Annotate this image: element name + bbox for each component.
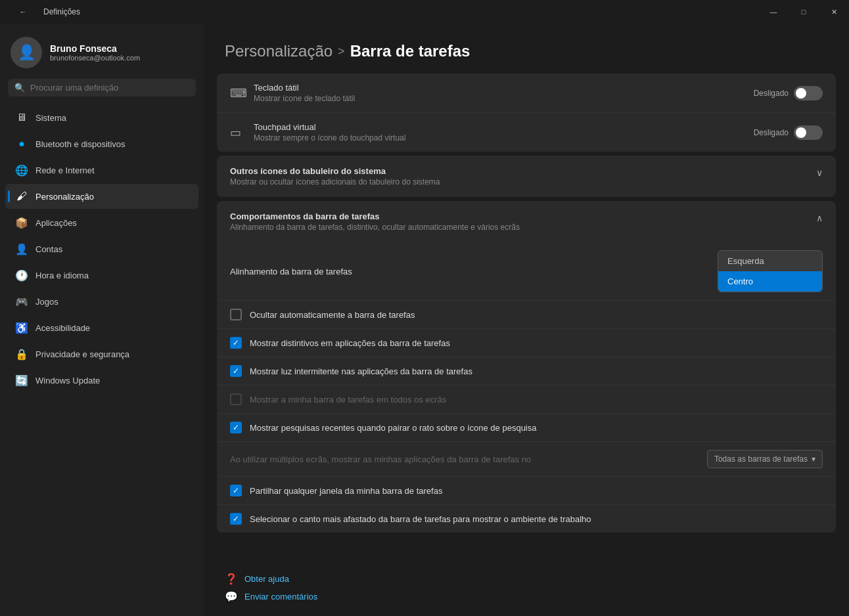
teclado-toggle[interactable]: [794, 86, 823, 100]
sidebar: 👤 Bruno Fonseca brunofonseca@outlook.com…: [0, 24, 204, 616]
avatar: 👤: [11, 37, 42, 68]
sidebar-item-windows-update[interactable]: 🔄 Windows Update: [5, 368, 198, 393]
windows-update-icon: 🔄: [16, 374, 28, 386]
content-area: Personalização > Barra de tarefas ⌨ Tecl…: [204, 24, 849, 616]
sidebar-item-label: Contas: [35, 244, 62, 254]
help-label: Obter ajuda: [244, 574, 289, 584]
bluetooth-icon: ●: [16, 138, 28, 150]
checkbox-todos-ecras-label: Mostrar a minha barra de tarefas em todo…: [250, 395, 446, 405]
sidebar-item-label: Jogos: [35, 297, 58, 307]
checkbox-distintivos[interactable]: [230, 337, 242, 349]
touchpad-desc: Mostrar sempre o ícone do touchpad virtu…: [254, 133, 754, 143]
sidebar-item-label: Windows Update: [35, 376, 100, 385]
checkbox-ocultar[interactable]: [230, 309, 242, 320]
outros-icones-desc: Mostrar ou ocultar ícones adicionais do …: [230, 177, 440, 187]
back-button[interactable]: ←: [8, 0, 38, 24]
window-title: Definições: [43, 7, 80, 16]
page-header: Personalização > Barra de tarefas: [204, 24, 849, 74]
sidebar-item-acessibilidade[interactable]: ♿ Acessibilidade: [5, 315, 198, 340]
comportamentos-card: Comportamentos da barra de tarefas Alinh…: [217, 201, 836, 533]
outros-icones-header[interactable]: Outros ícones do tabuleiro do sistema Mo…: [217, 156, 836, 197]
checkbox-pesquisas-label: Mostrar pesquisas recentes quando pairar…: [250, 423, 536, 433]
breadcrumb-sep: >: [338, 45, 345, 58]
checkbox-ocultar-row: Ocultar automaticamente a barra de taref…: [217, 301, 836, 329]
checkbox-partilhar-label: Partilhar qualquer janela da minha barra…: [250, 486, 442, 496]
aplicacoes-icon: 📦: [16, 217, 28, 229]
alignment-dropdown[interactable]: Esquerda Centro: [718, 250, 823, 292]
sidebar-item-aplicacoes[interactable]: 📦 Aplicações: [5, 210, 198, 235]
teclado-desc: Mostrar ícone de teclado tátil: [254, 94, 754, 103]
hora-icon: 🕐: [16, 269, 28, 281]
alignment-dropdown-open: Esquerda Centro: [718, 250, 823, 292]
comportamentos-desc: Alinhamento da barra de tarefas, distint…: [230, 223, 520, 232]
sidebar-item-label: Personalização: [35, 192, 94, 202]
privacidade-icon: 🔒: [16, 348, 28, 360]
user-section: 👤 Bruno Fonseca brunofonseca@outlook.com: [0, 24, 204, 79]
checkbox-todos-ecras-row: Mostrar a minha barra de tarefas em todo…: [217, 385, 836, 414]
comportamentos-header[interactable]: Comportamentos da barra de tarefas Alinh…: [217, 201, 836, 242]
checkbox-luz[interactable]: [230, 365, 242, 377]
multi-display-label: Ao utilizar múltiplos ecrãs, mostrar as …: [230, 454, 699, 464]
footer: ❓ Obter ajuda 💬 Enviar comentários: [204, 560, 849, 616]
settings-content: ⌨ Teclado tátil Mostrar ícone de teclado…: [204, 74, 849, 560]
maximize-button[interactable]: □: [789, 0, 819, 24]
checkbox-pesquisas-row: Mostrar pesquisas recentes quando pairar…: [217, 414, 836, 442]
checkbox-pesquisas[interactable]: [230, 422, 242, 433]
alignment-option-esquerda[interactable]: Esquerda: [718, 251, 822, 271]
checkbox-canto-row: Selecionar o canto mais afastado da barr…: [217, 505, 836, 533]
breadcrumb: Personalização > Barra de tarefas: [225, 42, 828, 60]
teclado-row: ⌨ Teclado tátil Mostrar ícone de teclado…: [217, 74, 836, 113]
sidebar-item-hora[interactable]: 🕐 Hora e idioma: [5, 263, 198, 288]
feedback-link[interactable]: 💬 Enviar comentários: [225, 590, 828, 603]
checkbox-luz-label: Mostrar luz intermitente nas aplicações …: [250, 366, 472, 376]
user-email: brunofonseca@outlook.com: [50, 54, 140, 62]
breadcrumb-current: Barra de tarefas: [350, 42, 470, 60]
multi-display-select[interactable]: Todas as barras de tarefas ▾: [707, 450, 823, 468]
sidebar-item-bluetooth[interactable]: ● Bluetooth e dispositivos: [5, 131, 198, 156]
close-button[interactable]: ✕: [819, 0, 849, 24]
chevron-down-icon: ▾: [812, 454, 815, 464]
minimize-button[interactable]: —: [758, 0, 789, 24]
outros-icones-card: Outros ícones do tabuleiro do sistema Mo…: [217, 156, 836, 197]
contas-icon: 👤: [16, 243, 28, 255]
personalizacao-icon: 🖌: [16, 190, 28, 202]
teclado-icon: ⌨: [230, 86, 254, 100]
touchpad-toggle[interactable]: [794, 125, 823, 140]
checkbox-canto[interactable]: [230, 513, 242, 525]
search-input[interactable]: [30, 83, 189, 93]
outros-icones-title: Outros ícones do tabuleiro do sistema: [230, 166, 440, 176]
breadcrumb-parent: Personalização: [225, 42, 333, 60]
keyboard-touchpad-card: ⌨ Teclado tátil Mostrar ícone de teclado…: [217, 74, 836, 152]
checkbox-canto-label: Selecionar o canto mais afastado da barr…: [250, 514, 591, 524]
sidebar-item-label: Rede e Internet: [35, 165, 95, 175]
alignment-option-centro[interactable]: Centro: [718, 271, 822, 292]
multi-display-row: Ao utilizar múltiplos ecrãs, mostrar as …: [217, 442, 836, 477]
teclado-toggle-label: Desligado: [754, 89, 789, 98]
search-box[interactable]: 🔍: [8, 79, 196, 97]
touchpad-icon: ▭: [230, 125, 254, 140]
multi-display-value: Todas as barras de tarefas: [714, 454, 808, 464]
checkbox-partilhar-row: Partilhar qualquer janela da minha barra…: [217, 477, 836, 505]
comportamentos-title: Comportamentos da barra de tarefas: [230, 211, 520, 221]
sidebar-item-jogos[interactable]: 🎮 Jogos: [5, 289, 198, 314]
sidebar-item-label: Acessibilidade: [35, 323, 90, 333]
acessibilidade-icon: ♿: [16, 322, 28, 334]
sidebar-item-sistema[interactable]: 🖥 Sistema: [5, 105, 198, 130]
touchpad-row: ▭ Touchpad virtual Mostrar sempre o ícon…: [217, 113, 836, 152]
help-link[interactable]: ❓ Obter ajuda: [225, 573, 828, 585]
outros-icones-chevron: ∨: [816, 167, 823, 178]
sidebar-item-rede[interactable]: 🌐 Rede e Internet: [5, 158, 198, 183]
touchpad-title: Touchpad virtual: [254, 122, 754, 132]
sidebar-item-contas[interactable]: 👤 Contas: [5, 236, 198, 261]
help-icon: ❓: [225, 573, 238, 585]
teclado-title: Teclado tátil: [254, 83, 754, 93]
titlebar: ← Definições — □ ✕: [0, 0, 849, 24]
sidebar-item-privacidade[interactable]: 🔒 Privacidade e segurança: [5, 341, 198, 366]
alignment-row: Alinhamento da barra de tarefas Esquerda…: [217, 242, 836, 301]
checkbox-distintivos-label: Mostrar distintivos em aplicações da bar…: [250, 338, 450, 348]
alignment-label: Alinhamento da barra de tarefas: [230, 267, 718, 276]
checkbox-partilhar[interactable]: [230, 485, 242, 496]
sidebar-item-personalizacao[interactable]: 🖌 Personalização: [5, 184, 198, 209]
feedback-icon: 💬: [225, 590, 238, 603]
checkbox-todos-ecras[interactable]: [230, 393, 242, 405]
